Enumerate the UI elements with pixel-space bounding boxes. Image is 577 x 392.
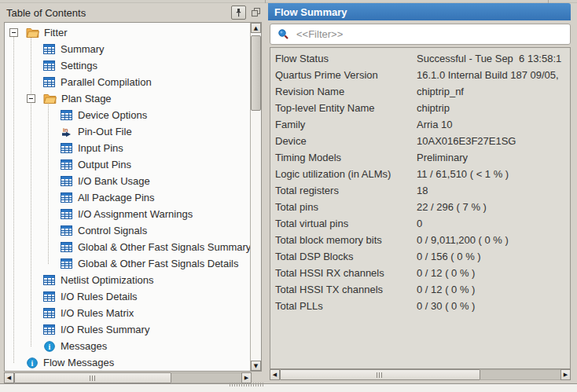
pin-panel-button[interactable] (231, 5, 246, 20)
table-icon (60, 142, 73, 154)
table-icon (42, 274, 56, 286)
table-of-contents-panel: Table of Contents FitterSummarySettingsP… (0, 3, 265, 384)
pinout-icon: in (60, 126, 73, 137)
scroll-right-button[interactable]: ▶ (560, 369, 571, 380)
summary-label: Total HSSI RX channels (275, 267, 417, 279)
summary-label: Flow Status (275, 53, 417, 64)
toc-tree: FitterSummarySettingsParallel Compilatio… (5, 23, 250, 371)
tree-item-label: Device Options (78, 109, 147, 121)
collapse-toggle[interactable] (9, 28, 18, 37)
tree-item-label: Fitter (44, 27, 68, 38)
summary-label: Total HSSI TX channels (275, 284, 417, 295)
tree-item-device-options[interactable]: Device Options (60, 107, 250, 123)
tree-item-parallel-compilation[interactable]: Parallel Compilation (42, 74, 250, 90)
tree-item-label: Parallel Compilation (61, 76, 152, 88)
tree-item-label: I/O Rules Summary (61, 324, 149, 335)
tree-item-all-package-pins[interactable]: All Package Pins (60, 189, 250, 206)
summary-row-family: FamilyArria 10 (270, 116, 570, 133)
summary-row-total-pins: Total pins22 / 296 ( 7 % ) (270, 199, 570, 215)
vertical-scroll-thumb[interactable] (251, 35, 261, 111)
pin-icon (235, 8, 242, 17)
info-icon: i (25, 357, 39, 368)
toc-horizontal-scrollbar: ◀ ▶ (4, 372, 252, 383)
summary-row-top-level-entity-name: Top-level Entity Namechiptrip (270, 100, 570, 116)
summary-row-logic-utilization-in-alms: Logic utilization (in ALMs)11 / 61,510 (… (270, 166, 570, 182)
scroll-right-button[interactable]: ▶ (241, 372, 252, 383)
svg-text:i: i (31, 358, 33, 367)
toc-header: Table of Contents (0, 3, 265, 22)
tree-connector (31, 37, 31, 346)
tree-item-output-pins[interactable]: Output Pins (60, 156, 250, 173)
table-icon (42, 291, 56, 302)
summary-label: Logic utilization (in ALMs) (275, 168, 417, 180)
tree-item-global-other-fast-signals-summary[interactable]: Global & Other Fast Signals Summary (60, 239, 250, 255)
summary-value: 18 (417, 185, 570, 196)
scroll-left-button[interactable]: ◀ (4, 372, 14, 383)
horizontal-scroll-thumb[interactable] (14, 372, 171, 383)
folder-icon (26, 27, 39, 38)
tree-item-netlist-optimizations[interactable]: Netlist Optimizations (42, 272, 250, 288)
summary-value: 0 / 12 ( 0 % ) (417, 267, 570, 279)
tree-connector (13, 37, 14, 363)
summary-row-total-plls: Total PLLs0 / 30 ( 0 % ) (270, 298, 570, 314)
tree-item-plan-stage[interactable]: Plan Stage (27, 90, 250, 107)
scroll-up-button[interactable]: ▲ (251, 23, 261, 33)
summary-value: 0 / 9,011,200 ( 0 % ) (417, 234, 570, 246)
scrollbar-track[interactable] (171, 372, 241, 383)
tree-item-i-o-rules-matrix[interactable]: I/O Rules Matrix (42, 305, 250, 321)
filter-input[interactable] (295, 25, 570, 43)
bottom-strip (0, 383, 577, 392)
tree-item-global-other-fast-signals-details[interactable]: Global & Other Fast Signals Details (60, 255, 250, 272)
tree-item-i-o-rules-details[interactable]: I/O Rules Details (42, 288, 250, 305)
summary-row-total-dsp-blocks: Total DSP Blocks0 / 156 ( 0 % ) (270, 248, 570, 265)
scroll-left-button[interactable]: ◀ (270, 369, 280, 380)
tree-item-label: Plan Stage (61, 93, 112, 104)
tree-item-label: Flow Messages (43, 357, 114, 368)
table-icon (42, 60, 56, 71)
summary-label: Timing Models (275, 152, 417, 163)
float-panel-button[interactable] (251, 7, 261, 17)
table-icon (60, 192, 73, 203)
tree-item-input-pins[interactable]: Input Pins (60, 140, 250, 156)
table-icon (60, 109, 73, 121)
flow-summary-horizontal-scrollbar: ◀ ▶ (270, 369, 571, 380)
folder-icon (43, 93, 57, 104)
tree-item-label: Pin-Out File (78, 126, 132, 137)
summary-row-total-virtual-pins: Total virtual pins0 (270, 215, 570, 232)
tree-item-fitter[interactable]: Fitter (9, 24, 250, 41)
flow-summary-table: Flow StatusSuccessful - Tue Sep 6 13:58:… (270, 47, 571, 369)
tree-item-label: Netlist Optimizations (61, 274, 153, 286)
thumb-grip (90, 376, 97, 381)
summary-row-total-hssi-rx-channels: Total HSSI RX channels0 / 12 ( 0 % ) (270, 265, 570, 281)
collapse-toggle[interactable] (27, 94, 35, 103)
tree-item-label: Global & Other Fast Signals Summary (78, 241, 250, 253)
summary-row-total-block-memory-bits: Total block memory bits0 / 9,011,200 ( 0… (270, 232, 570, 248)
horizontal-scroll-thumb[interactable] (280, 369, 480, 380)
tree-item-i-o-assignment-warnings[interactable]: I/O Assignment Warnings (60, 206, 250, 222)
info-icon: i (42, 340, 56, 352)
tree-item-control-signals[interactable]: Control Signals (60, 222, 250, 239)
tree-item-label: Global & Other Fast Signals Details (78, 258, 238, 269)
tree-item-label: Messages (61, 340, 107, 352)
tree-item-settings[interactable]: Settings (42, 57, 250, 74)
tree-item-messages[interactable]: iMessages (42, 338, 250, 354)
float-icon (252, 8, 260, 16)
table-icon (60, 159, 73, 170)
tree-item-pin-out-file[interactable]: inPin-Out File (60, 123, 250, 140)
flow-summary-panel: Flow Summary Flow StatusSuccessful - Tue… (268, 3, 571, 384)
summary-label: Total DSP Blocks (275, 251, 417, 262)
table-icon (42, 307, 56, 319)
splitter-grip[interactable] (230, 383, 264, 387)
summary-value: 10AX016E3F27E1SG (417, 135, 570, 147)
summary-value: 22 / 296 ( 7 % ) (417, 201, 570, 213)
tree-item-label: Control Signals (78, 225, 147, 236)
tree-item-flow-messages[interactable]: iFlow Messages (25, 354, 250, 371)
tree-item-i-o-bank-usage[interactable]: I/O Bank Usage (60, 173, 250, 189)
tree-item-i-o-rules-summary[interactable]: I/O Rules Summary (42, 321, 250, 338)
table-icon (60, 208, 73, 220)
summary-row-timing-models: Timing ModelsPreliminary (270, 149, 570, 166)
scroll-down-button[interactable]: ▼ (251, 361, 261, 371)
summary-value: 0 / 30 ( 0 % ) (417, 300, 570, 312)
scrollbar-track[interactable] (480, 369, 560, 380)
tree-item-summary[interactable]: Summary (42, 41, 250, 57)
